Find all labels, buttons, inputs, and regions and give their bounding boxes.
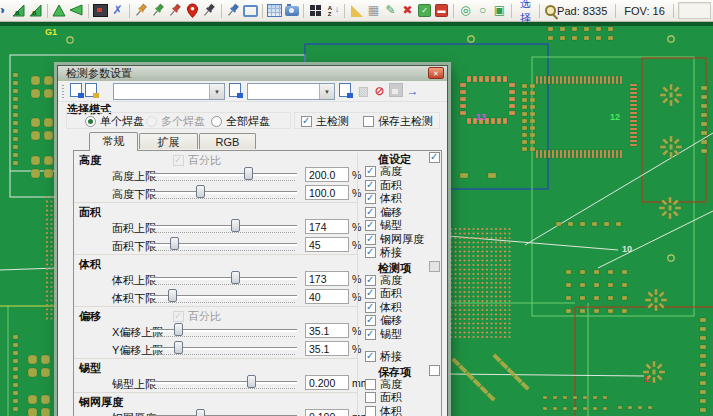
dialog-close-button[interactable]: ✕ [428,67,444,79]
table-icon[interactable] [267,3,282,18]
checkbox-icon[interactable] [365,392,376,403]
slider-thumb[interactable] [174,341,183,354]
check-item[interactable]: 体积 [362,405,441,416]
apply-icon[interactable]: ✓ [417,3,432,18]
snapshot-icon[interactable] [93,3,108,18]
param-slider[interactable] [150,341,297,357]
param-value-input[interactable]: 174 [305,219,349,234]
mode-radio-3[interactable]: 全部焊盘 [211,114,270,129]
slider-thumb[interactable] [196,409,205,416]
checkbox-icon[interactable] [365,207,376,218]
param-value-input[interactable]: 40 [305,289,349,304]
load-template-icon[interactable] [70,83,82,97]
param-slider[interactable] [150,375,297,391]
param-value-input[interactable]: 200.0 [305,167,349,182]
checkbox-icon[interactable] [365,406,376,416]
checkbox-icon[interactable] [365,193,376,204]
mode-checkbox-2[interactable]: 保存主检测 [363,114,433,129]
history-icon[interactable]: ◑ [0,3,9,18]
check-group-master-checkbox[interactable] [429,261,440,272]
check-item[interactable]: 偏移 [362,314,441,328]
param-value-input[interactable]: 100.0 [305,185,349,200]
param-slider[interactable] [150,323,297,339]
tab-extended[interactable]: 扩展 [139,133,198,149]
check-group-master-checkbox[interactable] [429,152,440,163]
check-item[interactable]: 钢网厚度 [362,233,441,247]
pin-green-icon[interactable] [151,3,166,18]
param-value-input[interactable]: 0.200 [305,375,349,390]
checkbox-icon[interactable] [365,234,376,245]
pcb-viewport[interactable]: G11312101 检测参数设置 ✕ ▼ ▼ [0,22,713,416]
block-icon[interactable]: ⊘ [372,83,387,98]
param-slider[interactable] [150,271,297,287]
param-slider[interactable] [150,289,297,305]
apply-template-icon-1[interactable] [229,83,241,97]
check-item[interactable]: 面积 [362,179,441,193]
param-slider[interactable] [150,219,297,235]
check-item[interactable]: 体积 [362,301,441,315]
check-item[interactable]: 高度 [362,274,441,288]
slider-thumb[interactable] [170,237,179,250]
tiles-icon[interactable] [308,3,323,18]
mode-checkbox-1[interactable]: 主检测 [301,114,349,129]
template-combo-1[interactable]: ▼ [113,83,225,100]
selection-rect-icon[interactable] [243,3,258,18]
dialog-titlebar[interactable]: 检测参数设置 ✕ [58,66,447,82]
check-item[interactable]: 高度 [362,378,441,392]
edit-icon[interactable]: ✎ [383,3,398,18]
param-value-input[interactable]: 0.100 [305,409,349,416]
radio-icon[interactable] [211,116,222,127]
checkbox-icon[interactable] [365,275,376,286]
camera-icon[interactable] [284,3,299,18]
template-combo-2[interactable]: ▼ [247,83,335,100]
checkbox-icon[interactable] [365,302,376,313]
checkbox-icon[interactable] [365,315,376,326]
slider-thumb[interactable] [231,219,240,232]
checkbox-icon[interactable] [365,288,376,299]
measure-b-icon[interactable]: a [28,3,43,18]
param-slider[interactable] [150,185,297,201]
delete-icon[interactable]: ✖ [400,3,415,18]
slider-thumb[interactable] [168,289,177,302]
location-pin-icon[interactable] [185,3,200,18]
pin-orange-icon[interactable] [134,3,149,18]
target-circle-icon[interactable]: ○ [475,3,490,18]
radio-icon[interactable] [85,116,96,127]
target-square-icon[interactable]: ▣ [492,3,507,18]
check-item[interactable]: 桥接 [362,246,441,260]
tools-icon[interactable]: ✗ [110,3,125,18]
check-item[interactable]: 高度 [362,165,441,179]
pin-blue-icon[interactable] [226,3,241,18]
param-value-input[interactable]: 35.1 [305,341,349,356]
check-group-master-checkbox[interactable] [429,365,440,376]
param-slider[interactable] [150,409,297,416]
tab-rgb[interactable]: RGB [199,133,256,149]
checkbox-icon[interactable] [365,247,376,258]
tab-general[interactable]: 常规 [89,132,138,151]
mode-radio-1[interactable]: 单个焊盘 [85,114,144,129]
param-value-input[interactable]: 35.1 [305,323,349,338]
checkbox-icon[interactable] [365,379,376,390]
stop-icon[interactable]: ▬ [434,3,449,18]
param-slider[interactable] [150,167,297,183]
checkbox-icon[interactable] [365,329,376,340]
sort-az-icon[interactable]: AZ [325,3,340,18]
exit-icon[interactable]: → [405,83,420,98]
check-item[interactable]: 锡型 [362,328,441,342]
check-item[interactable]: 桥接 [362,350,441,364]
checkbox-icon[interactable] [363,116,374,127]
checkbox-icon[interactable] [365,180,376,191]
import-template-icon[interactable] [85,83,97,97]
param-slider[interactable] [150,237,297,253]
checkbox-icon[interactable] [365,166,376,177]
slider-thumb[interactable] [244,167,253,180]
chevron-down-icon[interactable]: ▼ [209,84,224,99]
slider-thumb[interactable] [231,271,240,284]
slider-thumb[interactable] [174,323,183,336]
zoom-icon[interactable] [544,4,551,18]
chevron-down-icon[interactable]: ▼ [319,84,334,99]
radio-icon[interactable] [146,116,157,127]
ruler-icon[interactable] [349,3,364,18]
slider-thumb[interactable] [196,185,205,198]
checkbox-icon[interactable] [301,116,312,127]
